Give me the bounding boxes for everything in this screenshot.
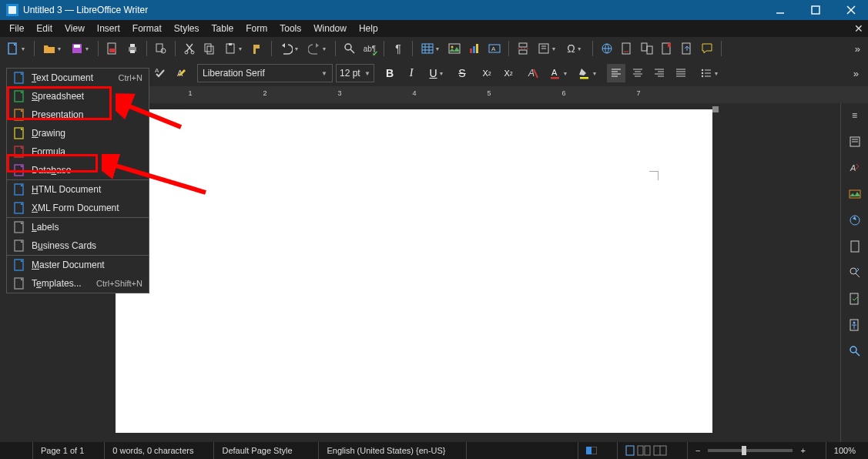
spellcheck-button[interactable]: ab¶✔ [360, 39, 379, 58]
justify-button[interactable] [672, 64, 690, 82]
status-word-count[interactable]: 0 words, 0 characters [104, 442, 201, 459]
paste-button[interactable]: ▼ [220, 39, 246, 58]
undo-button[interactable]: ▼ [276, 39, 303, 58]
sidebar-gallery-icon[interactable] [846, 185, 864, 203]
menu-file[interactable]: File [3, 22, 30, 35]
underline-button[interactable]: U▼ [424, 64, 450, 82]
menu-edit[interactable]: Edit [30, 22, 59, 35]
redo-button[interactable]: ▼ [304, 39, 330, 58]
insert-page-break-button[interactable] [514, 39, 532, 58]
align-left-button[interactable] [607, 64, 625, 82]
insert-special-char-button[interactable]: Ω▼ [561, 39, 588, 58]
menu-format[interactable]: Format [126, 22, 168, 35]
open-button[interactable]: ▼ [39, 39, 65, 58]
newdoc-item-business-cards[interactable]: Business Cards [7, 236, 149, 255]
toolbar-overflow-button[interactable]: » [850, 43, 865, 55]
svg-line-90 [856, 352, 860, 356]
insert-hyperlink-button[interactable] [598, 39, 616, 58]
status-page[interactable]: Page 1 of 1 [32, 442, 92, 459]
update-style-button[interactable]: A [151, 64, 169, 82]
copy-button[interactable] [200, 39, 219, 58]
menu-table[interactable]: Table [206, 22, 240, 35]
insert-cross-reference-button[interactable] [678, 39, 696, 58]
menu-view[interactable]: View [59, 22, 91, 35]
font-name-combo[interactable]: Liberation Serif▼ [197, 64, 333, 82]
find-replace-button[interactable] [340, 39, 359, 58]
clone-formatting-button[interactable] [248, 39, 266, 58]
sidebar-navigator-icon[interactable] [846, 211, 864, 230]
insert-comment-button[interactable] [698, 39, 716, 58]
strikethrough-button[interactable]: S [453, 64, 471, 82]
sidebar-manage-changes-icon[interactable] [846, 290, 864, 308]
svg-rect-12 [130, 44, 135, 47]
newdoc-item-labels[interactable]: Labels [7, 217, 149, 236]
status-insert-mode[interactable] [466, 442, 565, 459]
document-type-icon [13, 277, 25, 290]
export-pdf-button[interactable] [103, 39, 122, 58]
align-right-button[interactable] [650, 64, 669, 82]
print-button[interactable] [123, 39, 142, 58]
insert-text-box-button[interactable]: A [485, 39, 504, 58]
new-document-split-button[interactable]: ▼ [3, 39, 29, 58]
book-view-icon[interactable] [653, 445, 667, 456]
sidebar-style-inspector-icon[interactable] [846, 263, 864, 282]
insert-bookmark-button[interactable] [658, 39, 676, 58]
insert-chart-button[interactable] [465, 39, 484, 58]
highlight-color-button[interactable]: ▼ [575, 64, 601, 82]
menu-styles[interactable]: Styles [168, 22, 206, 35]
cut-button[interactable] [180, 39, 199, 58]
zoom-slider[interactable] [708, 449, 793, 452]
sidebar-styles-icon[interactable]: A [846, 159, 864, 177]
new-style-button[interactable]: A [173, 64, 191, 82]
subscript-button[interactable]: X2 [499, 64, 518, 82]
menu-window[interactable]: Window [307, 22, 353, 35]
bold-button[interactable]: B [380, 64, 399, 82]
zoom-controls[interactable]: − + [687, 442, 813, 459]
insert-endnote-button[interactable] [638, 39, 656, 58]
newdoc-item-text-document[interactable]: Text DocumentCtrl+N [7, 69, 149, 87]
sidebar-properties-icon[interactable] [846, 132, 864, 151]
zoom-in-icon[interactable]: + [800, 446, 805, 455]
menu-help[interactable]: Help [353, 22, 384, 35]
minimize-button[interactable] [769, 2, 791, 18]
save-status-icon[interactable] [5, 442, 20, 459]
sidebar-find-icon[interactable] [846, 342, 864, 360]
toggle-print-preview-button[interactable] [152, 39, 170, 58]
insert-image-button[interactable] [445, 39, 464, 58]
newdoc-item-templates-[interactable]: Templates...Ctrl+Shift+N [7, 274, 149, 293]
align-center-button[interactable] [628, 64, 647, 82]
maximize-button[interactable] [805, 2, 826, 18]
zoom-percent[interactable]: 100% [826, 442, 863, 459]
zoom-out-icon[interactable]: − [695, 446, 700, 455]
multi-page-view-icon[interactable] [637, 445, 651, 456]
unordered-list-button[interactable]: ▼ [696, 64, 722, 82]
newdoc-item-master-document[interactable]: Master Document [7, 255, 149, 274]
menu-tools[interactable]: Tools [273, 22, 307, 35]
sidebar-menu-icon[interactable]: ≡ [846, 106, 864, 125]
app-icon [6, 4, 18, 16]
close-button[interactable] [840, 2, 862, 18]
font-size-combo[interactable]: 12 pt▼ [336, 64, 374, 82]
toolbar2-overflow-button[interactable]: » [849, 68, 863, 79]
standard-toolbar: ▼ ▼ ▼ ▼ ▼ ▼ ab¶✔ ¶ ▼ A ▼ Ω▼ » [0, 37, 868, 60]
sidebar-accessibility-icon[interactable] [846, 316, 864, 334]
clear-formatting-button[interactable]: A [524, 64, 542, 82]
superscript-button[interactable]: X2 [478, 64, 496, 82]
font-color-button[interactable]: A▼ [545, 64, 571, 82]
single-page-view-icon[interactable] [625, 445, 635, 456]
insert-table-button[interactable]: ▼ [417, 39, 444, 58]
menu-insert[interactable]: Insert [91, 22, 126, 35]
insert-footnote-button[interactable] [618, 39, 636, 58]
view-layout-buttons[interactable] [617, 442, 675, 459]
save-button[interactable]: ▼ [67, 39, 93, 58]
status-page-style[interactable]: Default Page Style [213, 442, 306, 459]
document-close-icon[interactable]: ✕ [854, 22, 863, 35]
italic-button[interactable]: I [402, 64, 421, 82]
status-selection-mode[interactable] [578, 442, 605, 459]
newdoc-item-xml-form-document[interactable]: XML Form Document [7, 199, 149, 217]
status-language[interactable]: English (United States) {en-US} [318, 442, 453, 459]
insert-field-button[interactable]: ▼ [534, 39, 560, 58]
sidebar-page-icon[interactable] [846, 237, 864, 256]
menu-form[interactable]: Form [240, 22, 273, 35]
formatting-marks-button[interactable]: ¶ [389, 39, 407, 58]
